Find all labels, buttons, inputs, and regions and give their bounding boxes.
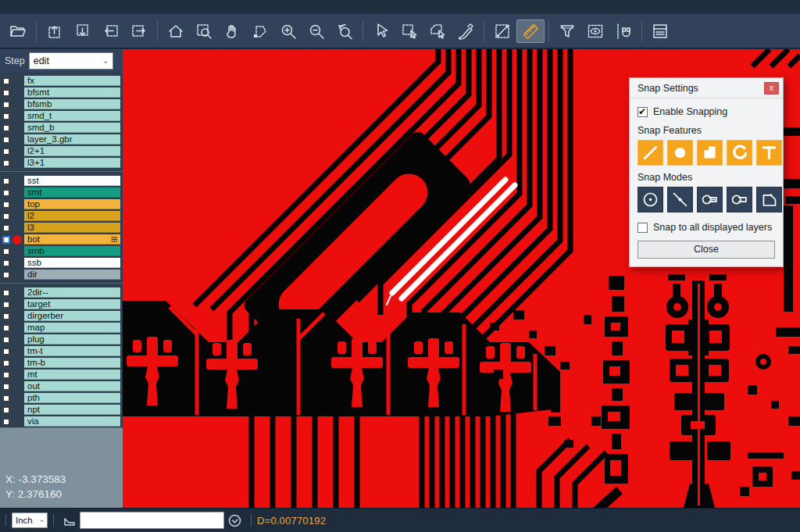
layer-visibility-checkbox[interactable]	[2, 189, 10, 197]
layer-label[interactable]: smd_t	[24, 111, 120, 121]
layer-visibility-checkbox[interactable]	[2, 77, 10, 85]
report-button[interactable]	[646, 20, 674, 43]
paint-button[interactable]	[452, 20, 480, 43]
layer-row[interactable]: smd_b	[0, 122, 123, 134]
zoom-polygon-button[interactable]	[246, 20, 274, 43]
import-down-button[interactable]	[69, 20, 97, 43]
layer-row[interactable]: smt	[0, 187, 123, 198]
snap-mode-contour-vertex-button[interactable]	[756, 187, 782, 212]
snap-button[interactable]	[609, 20, 638, 43]
snap-mode-pad-entire-button[interactable]	[697, 187, 723, 212]
layer-row[interactable]: via	[0, 416, 123, 427]
layer-row[interactable]: mt	[0, 369, 123, 380]
layer-visibility-checkbox[interactable]	[2, 224, 10, 232]
zoom-previous-button[interactable]	[330, 20, 359, 43]
layer-label[interactable]: via	[24, 416, 120, 427]
layer-visibility-checkbox[interactable]	[2, 124, 10, 132]
layer-label[interactable]: tm-t	[24, 346, 120, 356]
pcb-canvas[interactable]: Snap Settings x Enable Snapping Snap Fea…	[123, 49, 800, 508]
snap-mode-pad-outline-button[interactable]	[727, 187, 752, 212]
layer-row[interactable]: npt	[0, 404, 123, 416]
dialog-titlebar[interactable]: Snap Settings x	[630, 78, 783, 98]
layer-row[interactable]: smd_t	[0, 110, 123, 122]
layer-label[interactable]: bfsmb	[24, 99, 120, 109]
snap-feature-pad-button[interactable]	[667, 140, 693, 166]
layer-label[interactable]: bfsmt	[24, 87, 120, 98]
layer-label[interactable]: smb	[24, 246, 120, 256]
zoom-window-button[interactable]	[190, 20, 218, 43]
layer-label[interactable]: bot	[24, 234, 120, 245]
layer-row[interactable]: bfsmb	[0, 98, 123, 110]
layer-row[interactable]: tm-b	[0, 357, 123, 369]
zoom-out-button[interactable]	[302, 20, 330, 43]
dialog-close-icon[interactable]: x	[764, 82, 779, 95]
filter-button[interactable]	[553, 20, 581, 43]
layer-visibility-checkbox[interactable]	[2, 136, 10, 144]
select-rectangle-button[interactable]	[395, 20, 423, 43]
layer-row[interactable]: 2dir--	[0, 287, 123, 298]
layer-visibility-checkbox[interactable]	[2, 89, 10, 97]
layer-row[interactable]: layer_3.gbr	[0, 134, 123, 145]
layer-label[interactable]: smt	[24, 187, 120, 198]
import-up-button[interactable]	[41, 20, 69, 43]
layer-visibility-checkbox[interactable]	[2, 201, 10, 209]
menu-item[interactable]	[34, 6, 50, 9]
layer-visibility-checkbox[interactable]	[2, 359, 10, 367]
snap-feature-arc-button[interactable]	[727, 140, 752, 166]
layer-label[interactable]: map	[24, 323, 120, 333]
display-options-button[interactable]	[581, 20, 609, 43]
layer-visibility-checkbox[interactable]	[2, 101, 10, 109]
import-right-button[interactable]	[125, 20, 153, 43]
layer-row[interactable]: top	[0, 198, 123, 210]
layer-label[interactable]: l2+1	[24, 146, 120, 156]
snap-feature-surface-button[interactable]	[697, 140, 723, 166]
menu-item[interactable]	[19, 6, 34, 9]
layer-visibility-checkbox[interactable]	[2, 348, 10, 355]
snap-all-layers-checkbox[interactable]	[638, 223, 648, 233]
pan-button[interactable]	[218, 20, 246, 43]
menu-item[interactable]	[66, 6, 81, 9]
layer-row[interactable]: plug	[0, 334, 123, 345]
layer-visibility-checkbox[interactable]	[2, 301, 10, 309]
refresh-circle-icon[interactable]	[227, 513, 242, 528]
layer-visibility-checkbox[interactable]	[2, 418, 10, 426]
layer-label[interactable]: fx	[24, 76, 120, 86]
layer-label[interactable]: smd_b	[24, 123, 120, 133]
layer-label[interactable]: l2	[24, 211, 120, 221]
layer-row[interactable]: sst	[0, 175, 123, 187]
layer-row[interactable]: l2	[0, 210, 123, 222]
layer-row[interactable]: fx	[0, 75, 123, 87]
layer-row[interactable]: pth	[0, 392, 123, 404]
measure-line-button[interactable]	[488, 20, 516, 43]
layer-visibility-checkbox[interactable]	[2, 336, 10, 344]
layer-row[interactable]: bfsmt	[0, 87, 123, 98]
layer-visibility-checkbox[interactable]	[2, 289, 10, 297]
layer-row[interactable]: out	[0, 380, 123, 392]
layer-label[interactable]: 2dir--	[24, 287, 120, 298]
layer-row[interactable]: dir	[0, 269, 123, 280]
layer-visibility-checkbox[interactable]	[2, 395, 10, 402]
menu-item[interactable]	[3, 6, 19, 9]
layer-label[interactable]: target	[24, 299, 120, 309]
layer-row[interactable]: bot	[0, 234, 123, 245]
layer-label[interactable]: tm-b	[24, 358, 120, 368]
layer-visibility-checkbox[interactable]	[2, 259, 10, 267]
layer-visibility-checkbox[interactable]	[2, 406, 10, 414]
layer-visibility-checkbox[interactable]	[2, 371, 10, 379]
home-view-button[interactable]	[162, 20, 190, 43]
menu-item[interactable]	[50, 6, 66, 9]
layer-visibility-checkbox[interactable]	[2, 383, 10, 391]
layer-label[interactable]: dir	[24, 270, 120, 280]
snap-feature-line-button[interactable]	[638, 140, 663, 166]
layer-visibility-checkbox[interactable]	[2, 159, 10, 167]
close-button[interactable]: Close	[638, 241, 775, 259]
select-button[interactable]	[367, 20, 395, 43]
layer-label[interactable]: sst	[24, 176, 120, 186]
layer-label[interactable]: out	[24, 381, 120, 391]
layer-label[interactable]: plug	[24, 334, 120, 345]
layer-row[interactable]: l3+1	[0, 157, 123, 169]
zoom-in-button[interactable]	[274, 20, 302, 43]
snap-feature-text-button[interactable]	[756, 140, 782, 166]
layer-visibility-checkbox[interactable]	[2, 148, 10, 155]
layer-label[interactable]: layer_3.gbr	[24, 134, 120, 145]
